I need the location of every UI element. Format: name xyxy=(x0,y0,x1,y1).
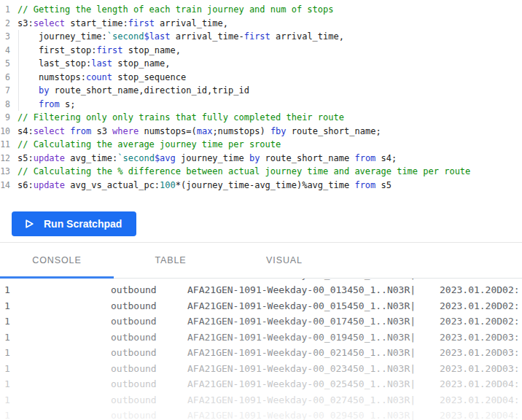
code-text: // Filtering only only trains that fully… xyxy=(10,111,344,125)
console-output[interactable]: 1outboundAFA21GEN-1091-Weekday-00_011450… xyxy=(0,279,522,420)
line-number: 5 xyxy=(0,57,10,71)
code-text: from s; xyxy=(10,98,76,112)
row-label: outbound xyxy=(111,282,187,298)
row-direction: 1 xyxy=(4,408,111,420)
code-line: 5 last_stop:last stop_name, xyxy=(0,57,522,71)
code-line: 12s5:update avg_time:`second$avg journey… xyxy=(0,152,522,166)
console-row: 1outboundAFA21GEN-1091-Weekday-00_025450… xyxy=(0,376,522,392)
row-timestamp: 2023.01.20D04: xyxy=(440,392,522,408)
row-trip-id: AFA21GEN-1091-Weekday-00_025450_1..N03R| xyxy=(187,376,440,392)
code-editor[interactable]: 1// Getting the length of each train jou… xyxy=(0,0,522,201)
row-trip-id: AFA21GEN-1091-Weekday-00_029450_1..N03R| xyxy=(187,408,440,420)
console-row: 1outboundAFA21GEN-1091-Weekday-00_029450… xyxy=(0,408,522,420)
row-label: outbound xyxy=(111,361,187,377)
row-trip-id: AFA21GEN-1091-Weekday-00_021450_1..N03R| xyxy=(187,345,440,361)
row-trip-id: AFA21GEN-1091-Weekday-00_023450_1..N03R| xyxy=(187,361,440,377)
run-scratchpad-button[interactable]: Run Scratchpad xyxy=(12,211,136,236)
run-scratchpad-label: Run Scratchpad xyxy=(44,218,122,230)
console-row-clipped: 1outboundAFA21GEN-1091-Weekday-00_011450… xyxy=(0,279,522,282)
row-direction: 1 xyxy=(4,361,111,377)
code-text: first_stop:first stop_name, xyxy=(10,44,181,58)
line-number: 3 xyxy=(0,30,10,44)
console-row: 1outboundAFA21GEN-1091-Weekday-00_021450… xyxy=(0,345,522,361)
console-row: 1outboundAFA21GEN-1091-Weekday-00_027450… xyxy=(0,392,522,408)
row-direction: 1 xyxy=(4,330,111,346)
tab-table-label: TABLE xyxy=(155,255,186,265)
code-text: s4:select from s3 where numstops=(max;nu… xyxy=(10,125,381,139)
code-line: 2s3:select start_time:first arrival_time… xyxy=(0,17,522,31)
scratchpad-app: 1// Getting the length of each train jou… xyxy=(0,0,522,420)
row-timestamp: 2023.01.20D02: xyxy=(440,282,522,298)
row-label: outbound xyxy=(111,314,187,330)
code-text: s5:update avg_time:`second$avg journey_t… xyxy=(10,152,397,166)
row-label: outbound xyxy=(111,376,187,392)
row-direction: 1 xyxy=(4,282,111,298)
row-label: outbound xyxy=(111,408,187,420)
line-number: 7 xyxy=(0,84,10,98)
row-trip-id: AFA21GEN-1091-Weekday-00_015450_1..N03R| xyxy=(187,298,440,314)
code-line: 9// Filtering only only trains that full… xyxy=(0,111,522,125)
line-number: 6 xyxy=(0,71,10,85)
row-timestamp: 2023.01.20D02: xyxy=(440,279,522,282)
code-text: // Calculating the average journey time … xyxy=(10,138,281,152)
row-trip-id: AFA21GEN-1091-Weekday-00_017450_1..N03R| xyxy=(187,314,440,330)
code-line: 14s6:update avg_vs_actual_pc:100*(journe… xyxy=(0,179,522,192)
tab-console[interactable]: CONSOLE xyxy=(0,243,114,278)
row-label: outbound xyxy=(111,392,187,408)
row-trip-id: AFA21GEN-1091-Weekday-00_019450_1..N03R| xyxy=(187,330,440,346)
row-direction: 1 xyxy=(4,298,111,314)
line-number: 12 xyxy=(0,152,10,166)
row-trip-id: AFA21GEN-1091-Weekday-00_013450_1..N03R| xyxy=(187,282,440,298)
line-number: 4 xyxy=(0,44,10,58)
code-line: 4 first_stop:first stop_name, xyxy=(0,44,522,58)
console-row: 1outboundAFA21GEN-1091-Weekday-00_019450… xyxy=(0,330,522,346)
row-direction: 1 xyxy=(4,279,111,282)
code-text: // Calculating the % difference between … xyxy=(10,165,470,179)
line-number: 13 xyxy=(0,165,10,179)
row-direction: 1 xyxy=(4,392,111,408)
code-line: 8 from s; xyxy=(0,98,522,112)
console-row: 1outboundAFA21GEN-1091-Weekday-00_023450… xyxy=(0,361,522,377)
row-direction: 1 xyxy=(4,376,111,392)
row-trip-id: AFA21GEN-1091-Weekday-00_011450_1..N03R| xyxy=(187,279,440,282)
code-line: 13// Calculating the % difference betwee… xyxy=(0,165,522,179)
row-label: outbound xyxy=(111,279,187,282)
line-number: 8 xyxy=(0,98,10,112)
code-text: s6:update avg_vs_actual_pc:100*(journey_… xyxy=(10,179,392,192)
row-timestamp: 2023.01.20D03: xyxy=(440,330,522,346)
line-number: 1 xyxy=(0,3,10,17)
row-timestamp: 2023.01.20D02: xyxy=(440,314,522,330)
code-line: 6 numstops:count stop_sequence xyxy=(0,71,522,85)
code-line: 11// Calculating the average journey tim… xyxy=(0,138,522,152)
tab-table[interactable]: TABLE xyxy=(114,243,227,278)
line-number: 2 xyxy=(0,17,10,31)
row-direction: 1 xyxy=(4,345,111,361)
row-timestamp: 2023.01.20D03: xyxy=(440,345,522,361)
code-line: 7 by route_short_name,direction_id,trip_… xyxy=(0,84,522,98)
tab-visual-label: VISUAL xyxy=(266,255,303,265)
line-number: 11 xyxy=(0,138,10,152)
row-label: outbound xyxy=(111,298,187,314)
code-text: numstops:count stop_sequence xyxy=(10,71,186,85)
console-row: 1outboundAFA21GEN-1091-Weekday-00_015450… xyxy=(0,298,522,314)
code-line: 10s4:select from s3 where numstops=(max;… xyxy=(0,125,522,139)
row-timestamp: 2023.01.20D04: xyxy=(440,408,522,420)
line-number: 10 xyxy=(0,125,10,139)
line-number: 9 xyxy=(0,111,10,125)
tab-visual[interactable]: VISUAL xyxy=(227,243,341,278)
play-icon xyxy=(24,219,34,229)
code-text: s3:select start_time:first arrival_time, xyxy=(10,17,228,31)
results-tabbar: CONSOLE TABLE VISUAL xyxy=(0,243,522,279)
console-row: 1outboundAFA21GEN-1091-Weekday-00_017450… xyxy=(0,314,522,330)
code-line: 3 journey_time:`second$last arrival_time… xyxy=(0,30,522,44)
code-text: journey_time:`second$last arrival_time-f… xyxy=(10,30,344,44)
tab-console-label: CONSOLE xyxy=(32,255,81,265)
row-direction: 1 xyxy=(4,314,111,330)
code-line: 1// Getting the length of each train jou… xyxy=(0,3,522,17)
row-timestamp: 2023.01.20D02: xyxy=(440,298,522,314)
row-label: outbound xyxy=(111,330,187,346)
code-text: by route_short_name,direction_id,trip_id xyxy=(10,84,249,98)
row-timestamp: 2023.01.20D03: xyxy=(440,361,522,377)
row-trip-id: AFA21GEN-1091-Weekday-00_027450_1..N03R| xyxy=(187,392,440,408)
line-number: 14 xyxy=(0,179,10,192)
